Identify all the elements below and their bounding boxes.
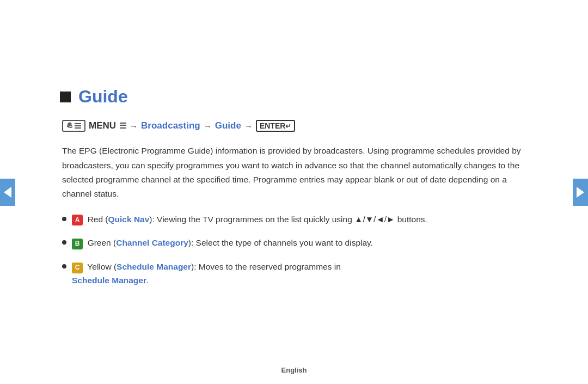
bullet-text-2: ): Select the type of channels you want … xyxy=(188,238,373,247)
breadcrumb: 🖏 MENU ☰ → Broadcasting → Guide → ENTER↵ xyxy=(62,120,528,132)
bullet-dot-1 xyxy=(62,217,66,221)
menu-bar-3 xyxy=(75,127,81,129)
bullet-text-1: ): Viewing the TV programmes on the list… xyxy=(149,215,427,224)
link-channel-category[interactable]: Channel Category xyxy=(116,238,188,247)
color-label-red: Red xyxy=(88,215,103,224)
footer: English xyxy=(281,366,307,374)
title-square-icon xyxy=(60,92,71,102)
left-arrow-button[interactable] xyxy=(0,179,15,206)
bullet-list: A Red (Quick Nav): Viewing the TV progra… xyxy=(62,212,528,288)
arrow-3: → xyxy=(244,121,253,131)
badge-yellow: C xyxy=(72,263,83,273)
color-label-green: Green xyxy=(88,238,111,247)
bullet-content-3: C Yellow (Schedule Manager): Moves to th… xyxy=(72,260,528,288)
link-quick-nav[interactable]: Quick Nav xyxy=(108,215,150,224)
list-item: B Green (Channel Category): Select the t… xyxy=(62,236,528,250)
breadcrumb-broadcasting[interactable]: Broadcasting xyxy=(141,120,200,131)
bullet-content-1: A Red (Quick Nav): Viewing the TV progra… xyxy=(72,212,528,227)
arrow-2: → xyxy=(204,121,212,131)
description-text: The EPG (Electronic Programme Guide) inf… xyxy=(62,144,528,201)
enter-label: ENTER xyxy=(260,121,285,130)
bullet-dot-2 xyxy=(62,240,66,245)
list-item: A Red (Quick Nav): Viewing the TV progra… xyxy=(62,212,528,227)
menu-bars xyxy=(75,123,81,129)
section-title: Guide xyxy=(60,87,528,107)
page-title: Guide xyxy=(78,87,128,107)
menu-icon: 🖏 xyxy=(62,120,85,132)
menu-bar-1 xyxy=(75,123,81,124)
arrow-1: → xyxy=(130,121,138,131)
badge-red: A xyxy=(72,215,83,225)
breadcrumb-guide[interactable]: Guide xyxy=(215,120,241,131)
content-area: Guide 🖏 MENU ☰ → Broadcasting → Guide → … xyxy=(49,65,539,319)
menu-label: MENU xyxy=(89,120,116,131)
footer-text: English xyxy=(281,366,307,374)
link-schedule-manager[interactable]: Schedule Manager xyxy=(117,262,191,271)
bullet-text-3b: . xyxy=(146,276,149,285)
page-container: Guide 🖏 MENU ☰ → Broadcasting → Guide → … xyxy=(0,0,588,384)
right-arrow-button[interactable] xyxy=(573,179,588,206)
menu-icon-label: 🖏 xyxy=(66,122,73,130)
list-item: C Yellow (Schedule Manager): Moves to th… xyxy=(62,260,528,288)
color-label-yellow: Yellow xyxy=(87,262,111,271)
enter-icon: ENTER↵ xyxy=(256,120,295,132)
menu-bar-2 xyxy=(75,125,81,126)
bullet-text-3: ): Moves to the reserved programmes in xyxy=(191,262,341,271)
breadcrumb-bars-icon: ☰ xyxy=(119,121,126,131)
badge-green: B xyxy=(72,239,83,249)
bullet-content-2: B Green (Channel Category): Select the t… xyxy=(72,236,528,250)
bullet-dot-3 xyxy=(62,264,66,269)
link-schedule-manager-2[interactable]: Schedule Manager xyxy=(72,276,146,285)
